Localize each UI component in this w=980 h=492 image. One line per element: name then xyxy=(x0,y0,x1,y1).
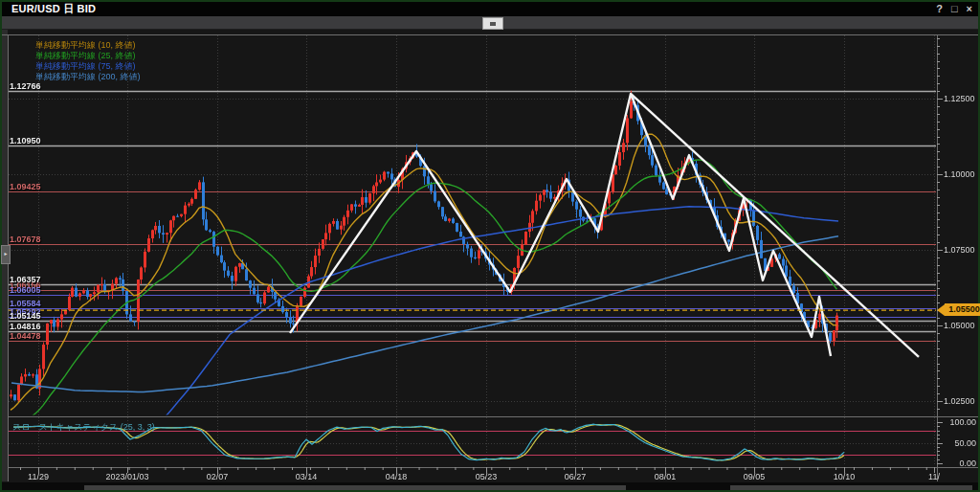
date-axis-label: 06/27 xyxy=(565,472,587,481)
date-axis-label: 03/14 xyxy=(296,472,318,481)
date-axis-label: 10/10 xyxy=(834,472,856,481)
price-line-label: 1.10950 xyxy=(10,136,41,145)
stochastic-axis-label: 50.00 xyxy=(954,438,976,448)
panel-expand-button[interactable]: ▸ xyxy=(1,245,11,264)
chart-canvas[interactable] xyxy=(0,0,980,492)
help-button[interactable]: ? xyxy=(936,3,943,15)
price-axis-label: 1.10000 xyxy=(944,169,975,179)
close-button[interactable]: × xyxy=(967,3,972,15)
window-title: EUR/USD 日 BID xyxy=(11,2,96,16)
price-axis-label: 1.12500 xyxy=(944,94,975,103)
date-axis-label: 2023/01/03 xyxy=(105,472,148,481)
stochastic-axis-label: 0.00 xyxy=(959,458,976,468)
toolbar-expand-icon xyxy=(490,22,496,26)
toolbar-strip xyxy=(2,16,978,30)
scrollbar-segment[interactable] xyxy=(730,485,972,490)
stochastic-label: スローストキャスティクス (25, 3, 3) xyxy=(12,421,155,434)
current-price-badge: 1.05500 xyxy=(937,303,980,316)
legend-sma10: 単純移動平均線 (10, 終値) xyxy=(35,40,141,51)
price-line-label: 1.04478 xyxy=(10,331,41,341)
price-line-label: 1.12766 xyxy=(10,81,41,91)
date-axis-label: 11/ xyxy=(928,472,940,481)
badge-arrow-icon xyxy=(937,304,945,316)
date-axis-label: 09/05 xyxy=(744,472,766,481)
date-axis-label: 11/29 xyxy=(28,472,49,481)
date-axis-label: 08/01 xyxy=(655,472,677,481)
price-axis-label: 1.07500 xyxy=(944,245,975,255)
price-line-label: 1.06005 xyxy=(10,285,41,295)
date-axis-label: 05/23 xyxy=(476,472,498,481)
current-price-value: 1.05500 xyxy=(945,303,980,316)
price-line-label: 1.07678 xyxy=(10,235,41,244)
price-axis-label: 1.05000 xyxy=(944,321,975,330)
maximize-button[interactable]: □ xyxy=(951,3,958,15)
legend-sma75: 単純移動平均線 (75, 終値) xyxy=(35,61,141,72)
scrollbar-segment[interactable] xyxy=(84,485,626,490)
date-axis-label: 04/18 xyxy=(386,472,408,481)
price-line-label: 1.06357 xyxy=(10,275,41,284)
date-axis-label: 02/07 xyxy=(207,472,229,481)
price-line-label: 1.04816 xyxy=(10,322,41,331)
indicator-legend: 単純移動平均線 (10, 終値) 単純移動平均線 (25, 終値) 単純移動平均… xyxy=(35,40,141,82)
price-line-label: 1.05145 xyxy=(10,311,41,321)
legend-sma200: 単純移動平均線 (200, 終値) xyxy=(35,72,141,82)
chart-window: EUR/USD 日 BID ? □ × 単純移動平均線 (10, 終値) 単純移… xyxy=(0,0,980,492)
price-line-label: 1.09425 xyxy=(10,182,41,191)
window-buttons: ? □ × xyxy=(936,3,972,15)
toolbar-expand-button[interactable] xyxy=(482,17,503,30)
stochastic-axis-label: 100.00 xyxy=(949,417,976,427)
price-axis-label: 1.02500 xyxy=(944,396,975,406)
title-bar[interactable]: EUR/USD 日 BID ? □ × xyxy=(2,2,978,16)
legend-sma25: 単純移動平均線 (25, 終値) xyxy=(35,51,141,61)
